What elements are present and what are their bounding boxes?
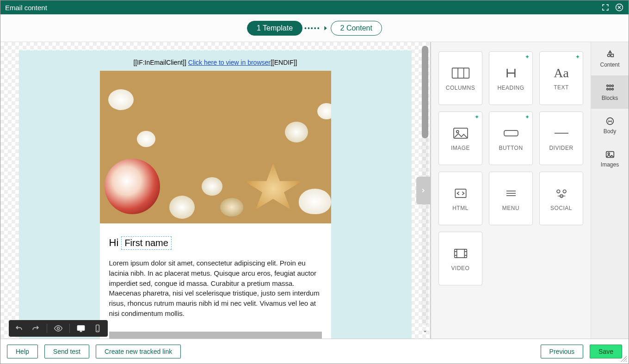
ai-badge-icon: ✦ [525, 114, 530, 120]
ai-badge-icon: ✦ [575, 54, 580, 60]
svg-point-27 [611, 88, 613, 90]
block-divider[interactable]: DIVIDER [539, 111, 583, 165]
greeting-line[interactable]: Hi First name [109, 236, 322, 250]
window-title: Email content [5, 4, 601, 12]
preheader-if: [[IF:InEmailClient]] [134, 59, 188, 66]
blocks-grid: COLUMNS ✦ HEADING ✦ Aa TEXT ✦ IMAGE [431, 42, 591, 339]
svg-point-30 [608, 153, 610, 154]
undo-button[interactable] [13, 323, 25, 334]
wizard-steps: 1 Template ••••• 2 Content [0, 14, 629, 42]
save-button[interactable]: Save [590, 345, 622, 358]
create-tracked-link-button[interactable]: Create new tracked link [96, 345, 181, 358]
svg-point-13 [563, 190, 566, 193]
step-connector: ••••• [304, 25, 329, 32]
block-social[interactable]: SOCIAL [539, 172, 583, 225]
block-label: TEXT [554, 84, 569, 91]
desktop-view-button[interactable] [75, 323, 86, 334]
text-icon: Aa [554, 66, 569, 80]
view-in-browser-link[interactable]: Click here to view in browser [188, 59, 271, 66]
svg-point-31 [57, 327, 60, 330]
floating-toolbar [9, 320, 108, 337]
tab-blocks[interactable]: Blocks [591, 75, 629, 109]
block-image[interactable]: ✦ IMAGE [438, 111, 482, 165]
svg-point-23 [609, 85, 611, 87]
help-button[interactable]: Help [7, 345, 38, 358]
preheader-endif: [[ENDIF]] [271, 59, 297, 66]
block-label: HEADING [497, 85, 524, 91]
block-label: SOCIAL [550, 205, 572, 211]
scrollbar-thumb[interactable] [422, 46, 428, 138]
block-label: HTML [452, 205, 469, 211]
send-test-button[interactable]: Send test [44, 345, 89, 358]
block-columns[interactable]: COLUMNS [438, 51, 482, 105]
side-tabs: Content Blocks Body Images [591, 42, 629, 339]
tab-label: Body [604, 128, 616, 135]
block-label: BUTTON [499, 145, 523, 151]
footer-bar: Help Send test Create new tracked link P… [0, 339, 629, 364]
block-label: VIDEO [451, 265, 470, 271]
svg-rect-1 [452, 68, 469, 78]
step-template[interactable]: 1 Template [247, 21, 302, 36]
block-button[interactable]: ✦ BUTTON [489, 111, 533, 165]
block-video[interactable]: VIDEO [438, 232, 482, 285]
svg-rect-4 [454, 128, 468, 138]
ai-badge-icon: ✦ [475, 114, 479, 120]
collapse-panel-button[interactable] [416, 177, 430, 204]
tab-label: Images [601, 161, 619, 168]
resize-grip-icon[interactable] [620, 355, 628, 363]
block-menu[interactable]: MENU [489, 172, 533, 225]
svg-rect-15 [454, 249, 467, 258]
previous-button[interactable]: Previous [541, 345, 583, 358]
email-canvas[interactable]: [[IF:InEmailClient]] Click here to view … [0, 42, 431, 339]
tab-label: Content [600, 62, 619, 68]
ai-badge-icon: ✦ [525, 54, 530, 60]
svg-point-24 [611, 85, 613, 87]
content-section[interactable]: Hi First name Lorem ipsum dolor sit amet… [100, 223, 331, 339]
block-label: COLUMNS [446, 85, 475, 91]
toolbar-separator [47, 324, 47, 333]
tab-label: Blocks [602, 95, 618, 101]
tab-images[interactable]: Images [591, 142, 629, 175]
svg-point-12 [557, 190, 560, 193]
block-text[interactable]: ✦ Aa TEXT [539, 51, 583, 105]
svg-point-22 [606, 85, 608, 87]
block-label: MENU [502, 205, 519, 211]
preview-button[interactable] [53, 323, 64, 334]
block-label: DIVIDER [549, 145, 573, 151]
block-label: IMAGE [451, 145, 470, 151]
preheader-row[interactable]: [[IF:InEmailClient]] Click here to view … [100, 50, 331, 71]
title-bar: Email content [0, 0, 629, 14]
step-content[interactable]: 2 Content [331, 21, 382, 36]
body-paragraph[interactable]: Lorem ipsum dolor sit amet, consectetur … [109, 258, 322, 319]
merge-first-name[interactable]: First name [121, 236, 171, 250]
svg-point-5 [456, 130, 458, 133]
svg-rect-6 [504, 130, 518, 136]
tab-content[interactable]: Content [591, 42, 629, 75]
block-heading[interactable]: ✦ HEADING [489, 51, 533, 105]
svg-point-26 [609, 88, 611, 90]
right-panel: COLUMNS ✦ HEADING ✦ Aa TEXT ✦ IMAGE [431, 42, 629, 339]
svg-rect-32 [78, 326, 85, 330]
scroll-down-arrow[interactable] [422, 328, 428, 335]
greeting-hi: Hi [109, 237, 122, 248]
fullscreen-icon[interactable] [601, 3, 610, 12]
toolbar-separator [69, 324, 70, 333]
hero-image[interactable] [100, 71, 331, 223]
svg-point-25 [606, 88, 608, 90]
redo-button[interactable] [30, 323, 41, 334]
tab-body[interactable]: Body [591, 109, 629, 142]
close-icon[interactable] [615, 3, 624, 12]
block-html[interactable]: HTML [438, 172, 482, 225]
mobile-view-button[interactable] [92, 323, 103, 334]
secondary-image-placeholder[interactable] [109, 332, 322, 339]
